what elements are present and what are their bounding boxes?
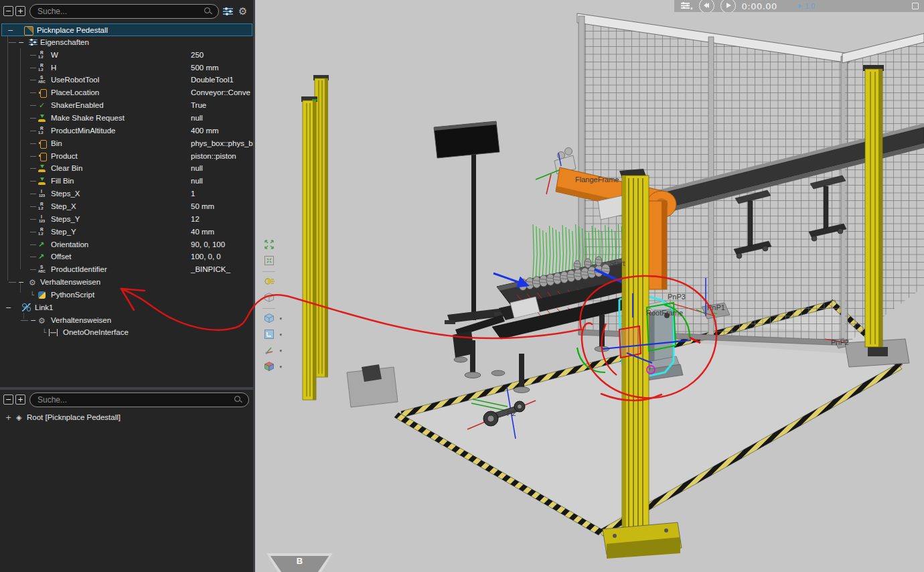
property-row[interactable]: I123Steps_Y12 xyxy=(0,213,253,226)
tree-guide-stub xyxy=(30,105,36,106)
component-box-icon xyxy=(24,26,33,35)
property-value[interactable]: null xyxy=(191,175,203,188)
tree-node[interactable]: −Eigenschaften xyxy=(0,36,253,49)
property-value[interactable]: piston::piston xyxy=(191,150,236,163)
play-button[interactable] xyxy=(720,0,736,12)
property-value[interactable]: 90, 0, 100 xyxy=(191,238,225,251)
property-value[interactable]: 12 xyxy=(191,213,200,226)
tree-node-root[interactable]: + Root [Picknplace Pedestall] xyxy=(0,411,253,424)
expand-toggle[interactable]: − xyxy=(30,314,36,327)
tree-guide-stub xyxy=(9,42,16,43)
scene-3d[interactable] xyxy=(255,0,924,572)
fit-selected-button[interactable] xyxy=(262,254,277,269)
frame-select-button[interactable]: ▾ xyxy=(262,328,277,342)
property-row[interactable]: ShakerEnabledTrue xyxy=(0,99,253,112)
tree-elbow: └ xyxy=(30,289,34,301)
real-icon: R1.2 xyxy=(38,127,48,135)
tree-node[interactable]: └OnetoOneInterface xyxy=(0,326,253,339)
property-value[interactable]: 100, 0, 0 xyxy=(191,251,221,263)
reset-button[interactable] xyxy=(699,0,714,12)
property-row[interactable]: R1.2Step_X50 mm xyxy=(0,200,253,213)
structure-search xyxy=(29,392,249,407)
gear-icon xyxy=(38,316,48,325)
property-row[interactable]: Binphys_box::phys_b xyxy=(0,137,253,150)
expand-toggle[interactable]: − xyxy=(18,276,24,289)
tree-node-label: Picknplace Pedestall xyxy=(37,24,108,37)
search-icon xyxy=(234,395,243,405)
expand-toggle[interactable]: − xyxy=(7,24,13,37)
property-row[interactable]: Fill Binnull xyxy=(0,175,253,188)
bottom-tab[interactable]: B xyxy=(266,553,333,572)
root-node-label: Root [Picknplace Pedestall] xyxy=(27,411,121,424)
property-row[interactable]: R1.2W250 xyxy=(0,49,253,62)
real-icon: R1.2 xyxy=(38,51,48,60)
property-row[interactable]: I123Steps_X1 xyxy=(0,188,253,200)
property-value[interactable]: 40 mm xyxy=(191,226,214,238)
viewport-3d[interactable]: FlangeFrameStartRootFramePnP3PnP1PnP2P2 … xyxy=(255,0,924,572)
real-icon: R1.2 xyxy=(38,202,48,211)
detach-window-icon[interactable] xyxy=(912,3,919,9)
structure-search-input[interactable] xyxy=(30,395,234,405)
property-row[interactable]: R1.2Step_Y40 mm xyxy=(0,226,253,238)
chevron-down-icon[interactable]: ▾ xyxy=(279,348,282,354)
tree-node[interactable]: −Link1 xyxy=(0,301,253,314)
property-row[interactable]: Orientation90, 0, 100 xyxy=(0,238,253,251)
tree-guide-stub xyxy=(30,68,36,68)
property-row[interactable]: Make Shake Requestnull xyxy=(0,112,253,125)
property-row[interactable]: R1.2ProductMinAltitude400 mm xyxy=(0,125,253,137)
property-row[interactable]: PlaceLocationConveyor::Conve xyxy=(0,86,253,99)
property-value[interactable]: _BINPICK_ xyxy=(191,263,230,276)
wireframe-view-button[interactable] xyxy=(262,291,277,305)
property-value[interactable]: 500 mm xyxy=(191,62,219,74)
fit-all-button[interactable] xyxy=(262,238,277,253)
property-value[interactable]: 400 mm xyxy=(191,125,219,137)
coordinates-button[interactable]: ▾ xyxy=(262,344,277,358)
property-row[interactable]: R1.2H500 mm xyxy=(0,62,253,74)
property-row[interactable]: Productpiston::piston xyxy=(0,150,253,163)
property-row[interactable]: SABCProductIdentifier_BINPICK_ xyxy=(0,263,253,276)
render-mode-button[interactable] xyxy=(262,275,277,289)
property-row[interactable]: SABCUseRobotToolDoubleTool1 xyxy=(0,74,253,86)
simulation-settings-icon[interactable] xyxy=(681,3,690,9)
property-value[interactable]: True xyxy=(191,99,206,112)
property-value[interactable]: 1 xyxy=(191,188,195,200)
python-icon xyxy=(38,291,46,299)
tree-node[interactable]: −Verhaltensweisen xyxy=(0,314,253,327)
chevron-down-icon[interactable]: ▾ xyxy=(279,316,282,321)
wireframe-cube-icon xyxy=(265,295,274,302)
vector-icon xyxy=(38,253,48,261)
tree-node[interactable]: −Picknplace Pedestall xyxy=(1,23,252,36)
property-value[interactable]: null xyxy=(191,162,203,175)
collapse-all-button[interactable]: − xyxy=(3,395,13,405)
int-icon: I123 xyxy=(38,215,48,224)
speed-control[interactable]: 1.0 xyxy=(799,2,815,10)
component-icon xyxy=(40,89,47,98)
tree-node[interactable]: −Verhaltensweisen xyxy=(0,276,253,289)
property-value[interactable]: DoubleTool1 xyxy=(191,74,234,86)
render-cube-button[interactable]: ▾ xyxy=(262,360,277,374)
property-row[interactable]: Clear Binnull xyxy=(0,162,253,175)
property-row[interactable]: Offset100, 0, 0 xyxy=(0,251,253,263)
expand-all-button[interactable]: + xyxy=(15,395,25,405)
expand-toggle[interactable]: − xyxy=(18,36,24,49)
component-icon xyxy=(40,153,47,161)
chevron-down-icon[interactable]: ▾ xyxy=(279,332,282,338)
chevron-down-icon[interactable]: ▾ xyxy=(690,6,693,11)
property-value[interactable]: phys_box::phys_b xyxy=(191,137,253,150)
chevron-down-icon[interactable]: ▾ xyxy=(279,364,282,370)
expand-toggle[interactable]: + xyxy=(5,411,11,424)
bottom-tab-label: B xyxy=(266,556,333,566)
property-value[interactable]: 50 mm xyxy=(191,200,214,213)
tree-node[interactable]: └PythonScript xyxy=(0,289,253,301)
view-cube-button[interactable]: ▾ xyxy=(262,311,277,326)
tree-node-label: Verhaltensweisen xyxy=(40,276,100,289)
toolbar-separator xyxy=(262,271,275,272)
sliders-icon xyxy=(29,38,37,46)
property-value[interactable]: null xyxy=(191,112,203,125)
left-panel-column: − + ⚙ −Picknplace Pedestall−Eigenschafte… xyxy=(0,0,253,572)
tree-guide-stub xyxy=(9,282,16,283)
property-value[interactable]: Conveyor::Conve xyxy=(191,86,250,99)
panel-splitter-horizontal[interactable] xyxy=(0,387,253,390)
expand-toggle[interactable]: − xyxy=(5,301,11,314)
property-value[interactable]: 250 xyxy=(191,49,204,62)
